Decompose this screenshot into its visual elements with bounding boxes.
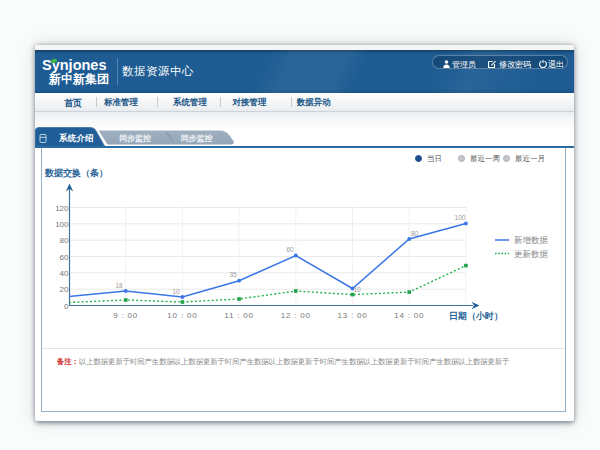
svg-text:20: 20 — [60, 285, 69, 294]
svg-text:80: 80 — [411, 230, 419, 237]
svg-text:11 : 00: 11 : 00 — [224, 311, 253, 320]
svg-text:12 : 00: 12 : 00 — [281, 311, 311, 320]
svg-text:60: 60 — [286, 246, 294, 253]
svg-text:120: 120 — [55, 204, 69, 213]
svg-text:0: 0 — [64, 302, 69, 311]
svg-text:35: 35 — [229, 271, 237, 278]
svg-text:18: 18 — [115, 282, 123, 289]
svg-text:14 : 00: 14 : 00 — [394, 311, 424, 320]
svg-text:同步监控: 同步监控 — [181, 134, 213, 143]
svg-text:新增数据: 新增数据 — [514, 235, 549, 245]
svg-text:更新数据: 更新数据 — [514, 249, 549, 259]
svg-text:13 : 00: 13 : 00 — [337, 311, 367, 320]
svg-text:数据交换（条）: 数据交换（条） — [44, 168, 108, 178]
svg-text:10: 10 — [172, 288, 180, 295]
svg-text:10 : 00: 10 : 00 — [167, 311, 197, 320]
svg-text:100: 100 — [455, 214, 466, 221]
svg-text:40: 40 — [60, 269, 69, 278]
svg-text:60: 60 — [60, 253, 69, 262]
svg-text:9 : 00: 9 : 00 — [113, 311, 138, 320]
svg-text:80: 80 — [60, 236, 69, 245]
svg-text:同步监控: 同步监控 — [119, 134, 151, 143]
svg-text:日期（小时）: 日期（小时） — [449, 311, 503, 321]
svg-text:10: 10 — [353, 286, 361, 293]
svg-text:100: 100 — [55, 220, 69, 229]
svg-text:系统介绍: 系统介绍 — [58, 133, 94, 143]
